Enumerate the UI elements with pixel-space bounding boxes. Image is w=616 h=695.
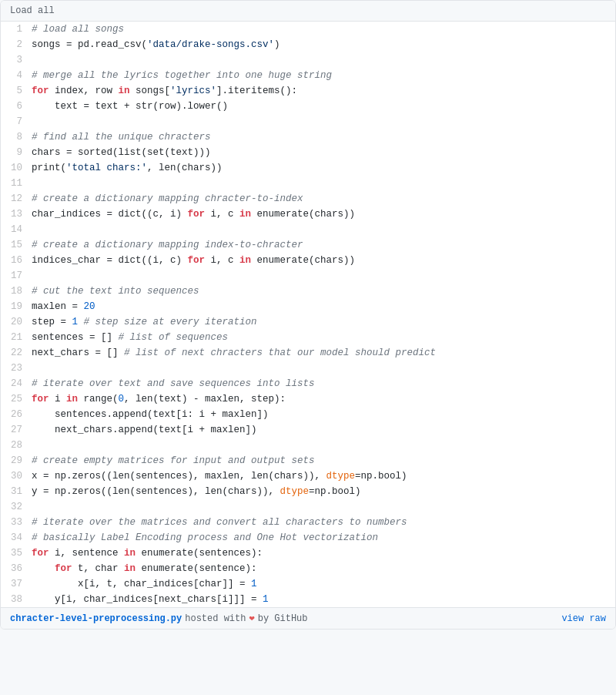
token: in — [66, 394, 78, 405]
token: enumerate(chars)) — [251, 255, 355, 266]
line-code: songs = pd.read_csv('data/drake-songs.cs… — [32, 37, 615, 52]
line-number: 10 — [1, 160, 32, 176]
table-row: 28 — [1, 438, 615, 453]
token: in — [239, 255, 251, 266]
line-code: print('total chars:', len(chars)) — [32, 160, 615, 176]
table-row: 38 y[i, char_indices[next_chars[i]]] = 1 — [1, 592, 615, 607]
token — [32, 563, 55, 574]
token: sentences.append(text[i: i + maxlen]) — [32, 409, 269, 420]
table-row: 15# create a dictionary mapping index-to… — [1, 237, 615, 253]
table-row: 33# iterate over the matrices and conver… — [1, 515, 615, 530]
table-row: 36 for t, char in enumerate(sentence): — [1, 561, 615, 576]
line-code: y = np.zeros((len(sentences), len(chars)… — [32, 484, 615, 499]
token: # merge all the lyrics together into one… — [32, 70, 332, 81]
table-row: 24# iterate over text and save sequences… — [1, 376, 615, 391]
line-code: indices_char = dict((i, c) for i, c in e… — [32, 253, 615, 268]
table-row: 14 — [1, 222, 615, 237]
token: range( — [78, 394, 119, 405]
table-row: 29# create empty matrices for input and … — [1, 453, 615, 468]
line-code: char_indices = dict((c, i) for i, c in e… — [32, 206, 615, 222]
line-number: 32 — [1, 499, 32, 515]
table-row: 13char_indices = dict((c, i) for i, c in… — [1, 206, 615, 222]
table-row: 34# basically Label Encoding process and… — [1, 530, 615, 546]
token: 20 — [84, 301, 95, 312]
token: # find all the unique chracters — [32, 132, 211, 143]
line-number: 21 — [1, 330, 32, 345]
token: enumerate(chars)) — [251, 209, 355, 220]
line-number: 26 — [1, 407, 32, 422]
token: # create empty matrices for input and ou… — [32, 455, 315, 466]
table-row: 12# create a dictionary mapping chracter… — [1, 191, 615, 206]
table-row: 3 — [1, 52, 615, 68]
token: y[i, char_indices[next_chars[i]]] = — [32, 594, 263, 605]
token: 'lyrics' — [170, 86, 216, 96]
line-number: 6 — [1, 99, 32, 114]
table-row: 5for index, row in songs['lyrics'].iteri… — [1, 83, 615, 99]
table-row: 9chars = sorted(list(set(text))) — [1, 145, 615, 160]
table-row: 18# cut the text into sequences — [1, 284, 615, 299]
token: for — [32, 548, 49, 559]
line-number: 14 — [1, 222, 32, 237]
view-raw-link[interactable]: view raw — [561, 613, 606, 624]
token: indices_char = dict((i, c) — [32, 255, 188, 266]
token: # iterate over text and save sequences i… — [32, 378, 315, 389]
token: ].iteritems(): — [216, 86, 297, 96]
token: # list of sequences — [119, 332, 229, 343]
line-number: 38 — [1, 592, 32, 607]
table-row: 26 sentences.append(text[i: i + maxlen]) — [1, 407, 615, 422]
line-code: # load all songs — [32, 22, 615, 37]
line-number: 8 — [1, 129, 32, 145]
heart-icon: ❤ — [249, 613, 254, 624]
code-table: 1# load all songs2songs = pd.read_csv('d… — [1, 22, 615, 607]
token: x = np.zeros((len(sentences), maxlen, le… — [32, 471, 326, 482]
line-code: next_chars.append(text[i + maxlen]) — [32, 422, 615, 438]
line-code — [32, 52, 615, 68]
line-number: 28 — [1, 438, 32, 453]
token: ) — [274, 39, 280, 50]
table-row: 6 text = text + str(row).lower() — [1, 99, 615, 114]
line-number: 15 — [1, 237, 32, 253]
table-row: 22next_chars = [] # list of next chracte… — [1, 345, 615, 361]
load-all-label: Load all — [10, 5, 55, 16]
token: x[i, t, char_indices[char]] = — [32, 579, 251, 589]
code-body: 1# load all songs2songs = pd.read_csv('d… — [1, 22, 615, 607]
token: , len(chars)) — [147, 163, 223, 173]
token: for — [32, 86, 49, 96]
line-code: # iterate over the matrices and convert … — [32, 515, 615, 530]
line-code: # create empty matrices for input and ou… — [32, 453, 615, 468]
token: dtype — [326, 471, 356, 482]
line-code: y[i, char_indices[next_chars[i]]] = 1 — [32, 592, 615, 607]
token: songs[ — [130, 86, 171, 96]
line-number: 37 — [1, 576, 32, 592]
line-number: 31 — [1, 484, 32, 499]
token: # list of next chracters that our model … — [124, 348, 436, 358]
line-number: 36 — [1, 561, 32, 576]
token: index, row — [49, 86, 119, 96]
line-number: 23 — [1, 361, 32, 376]
token: # create a dictionary mapping index-to-c… — [32, 240, 303, 250]
table-row: 27 next_chars.append(text[i + maxlen]) — [1, 422, 615, 438]
filename-link[interactable]: chracter-level-preprocessing.py — [10, 613, 182, 624]
token: =np.bool) — [355, 471, 407, 482]
line-code: text = text + str(row).lower() — [32, 99, 615, 114]
table-row: 19maxlen = 20 — [1, 299, 615, 314]
token: next_chars.append(text[i + maxlen]) — [32, 425, 257, 435]
line-number: 24 — [1, 376, 32, 391]
table-row: 30x = np.zeros((len(sentences), maxlen, … — [1, 468, 615, 484]
token: 'data/drake-songs.csv' — [147, 39, 274, 50]
table-row: 31y = np.zeros((len(sentences), len(char… — [1, 484, 615, 499]
token: songs = pd.read_csv( — [32, 39, 147, 50]
line-number: 12 — [1, 191, 32, 206]
token: i — [49, 394, 67, 405]
line-number: 19 — [1, 299, 32, 314]
token: i, c — [205, 255, 239, 266]
table-row: 1# load all songs — [1, 22, 615, 37]
line-number: 7 — [1, 114, 32, 129]
table-row: 16indices_char = dict((i, c) for i, c in… — [1, 253, 615, 268]
line-number: 30 — [1, 468, 32, 484]
line-code: sentences = [] # list of sequences — [32, 330, 615, 345]
line-code — [32, 114, 615, 129]
line-number: 1 — [1, 22, 32, 37]
table-row: 32 — [1, 499, 615, 515]
table-row: 10print('total chars:', len(chars)) — [1, 160, 615, 176]
